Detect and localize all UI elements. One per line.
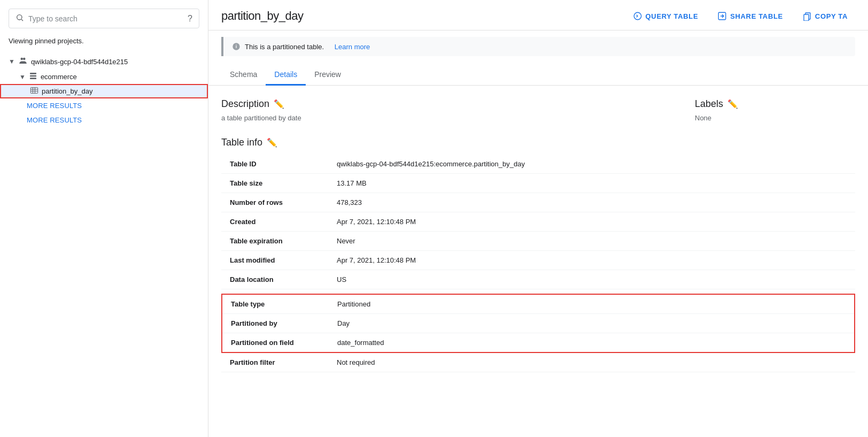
description-section: Description ✏️ a table partitioned by da… <box>221 98 673 122</box>
svg-rect-7 <box>30 88 37 94</box>
info-table-body: Table ID qwiklabs-gcp-04-bdf544d1e215:ec… <box>221 155 855 289</box>
project-icon <box>18 56 28 67</box>
expand-arrow-project: ▼ <box>9 58 15 65</box>
labels-label: Labels <box>695 98 723 110</box>
query-table-button[interactable]: QUERY TABLE <box>625 7 706 25</box>
partition-row: Table type Partitioned <box>222 294 855 314</box>
info-table-last-body: Partition filter Not required <box>221 353 855 372</box>
learn-more-link[interactable]: Learn more <box>335 43 370 51</box>
row-value: 13.17 MB <box>328 174 855 193</box>
content-area: Description ✏️ a table partitioned by da… <box>208 86 868 437</box>
description-edit-icon[interactable]: ✏️ <box>274 99 284 109</box>
row-key: Data location <box>221 270 328 289</box>
help-icon[interactable]: ? <box>188 14 192 24</box>
table-row: Created Apr 7, 2021, 12:10:48 PM <box>221 212 855 232</box>
tab-preview[interactable]: Preview <box>306 65 350 86</box>
header-actions: QUERY TABLE SHARE TABLE COPY TA <box>625 7 855 25</box>
tree-dataset-item[interactable]: ▼ ecommerce <box>0 70 208 84</box>
svg-point-3 <box>23 58 26 60</box>
row-key: Table size <box>221 174 328 193</box>
partition-row: Partitioned by Day <box>222 314 855 333</box>
partition-table-body: Table type Partitioned Partitioned by Da… <box>222 294 855 352</box>
tab-details[interactable]: Details <box>266 65 306 86</box>
search-input[interactable] <box>28 14 183 23</box>
row-key: Table ID <box>221 155 328 174</box>
table-info-edit-icon[interactable]: ✏️ <box>267 137 277 148</box>
more-results-1[interactable]: MORE RESULTS <box>0 98 208 113</box>
partition-value: date_formatted <box>329 333 855 353</box>
viewing-text: Viewing pinned projects. <box>0 37 208 53</box>
row-key: Table expiration <box>221 232 328 251</box>
row-value: Apr 7, 2021, 12:10:48 PM <box>328 212 855 232</box>
expand-arrow-dataset: ▼ <box>19 73 26 81</box>
share-table-button[interactable]: SHARE TABLE <box>710 7 790 25</box>
copy-table-label: COPY TA <box>815 12 848 20</box>
description-heading: Description ✏️ <box>221 98 673 110</box>
svg-point-0 <box>17 15 22 20</box>
labels-edit-icon[interactable]: ✏️ <box>727 99 738 109</box>
table-row: Partition filter Not required <box>221 353 855 372</box>
dataset-icon <box>29 72 37 82</box>
tree-table-item[interactable]: partition_by_day <box>0 84 208 98</box>
labels-section: Labels ✏️ None <box>695 98 855 122</box>
project-label: qwiklabs-gcp-04-bdf544d1e215 <box>31 58 128 66</box>
description-value: a table partitioned by date <box>221 114 673 122</box>
partition-row: Partitioned on field date_formatted <box>222 333 855 353</box>
info-banner-text: This is a partitioned table. <box>245 43 324 51</box>
row-value: US <box>328 270 855 289</box>
tree-project-item[interactable]: ▼ qwiklabs-gcp-04-bdf544d1e215 <box>0 53 208 70</box>
partition-key: Partitioned by <box>222 314 329 333</box>
info-table: Table ID qwiklabs-gcp-04-bdf544d1e215:ec… <box>221 155 855 289</box>
row-value: qwiklabs-gcp-04-bdf544d1e215:ecommerce.p… <box>328 155 855 174</box>
partition-value: Partitioned <box>329 294 855 314</box>
row-key: Last modified <box>221 251 328 270</box>
table-row: Table expiration Never <box>221 232 855 251</box>
query-table-label: QUERY TABLE <box>646 12 699 20</box>
svg-rect-4 <box>30 73 36 74</box>
info-banner: i This is a partitioned table. Learn mor… <box>221 37 855 56</box>
partition-table: Table type Partitioned Partitioned by Da… <box>221 294 855 353</box>
share-table-label: SHARE TABLE <box>730 12 783 20</box>
top-row: Description ✏️ a table partitioned by da… <box>221 98 855 122</box>
partition-key: Partitioned on field <box>222 333 329 353</box>
table-info-heading: Table info ✏️ <box>221 137 855 148</box>
svg-rect-15 <box>804 14 809 21</box>
search-bar-container: ? <box>9 9 199 28</box>
description-label: Description <box>221 98 269 110</box>
labels-heading: Labels ✏️ <box>695 98 855 110</box>
sidebar: ? Viewing pinned projects. ▼ qwiklabs-gc… <box>0 0 208 437</box>
table-label: partition_by_day <box>42 87 92 95</box>
query-icon <box>633 11 642 21</box>
table-row: Table size 13.17 MB <box>221 174 855 193</box>
more-results-2[interactable]: MORE RESULTS <box>0 113 208 127</box>
tab-schema[interactable]: Schema <box>221 65 266 86</box>
row-value: 478,323 <box>328 193 855 212</box>
svg-point-2 <box>20 58 23 60</box>
dataset-label: ecommerce <box>41 73 77 81</box>
row-value: Never <box>328 232 855 251</box>
table-row: Number of rows 478,323 <box>221 193 855 212</box>
labels-value: None <box>695 114 855 122</box>
main-header: partition_by_day QUERY TABLE SHARE TABLE <box>208 0 868 30</box>
partition-key: Table type <box>222 294 329 314</box>
page-title: partition_by_day <box>221 9 303 23</box>
row-key: Partition filter <box>221 353 328 372</box>
svg-line-1 <box>21 19 23 21</box>
search-icon <box>15 13 24 24</box>
share-icon <box>717 11 727 21</box>
row-key: Number of rows <box>221 193 328 212</box>
svg-rect-5 <box>30 75 36 77</box>
info-table-last: Partition filter Not required <box>221 353 855 372</box>
partition-value: Day <box>329 314 855 333</box>
row-key: Created <box>221 212 328 232</box>
table-row: Data location US <box>221 270 855 289</box>
table-info-label: Table info <box>221 137 262 148</box>
copy-icon <box>802 11 812 21</box>
row-value: Not required <box>328 353 855 372</box>
copy-table-button[interactable]: COPY TA <box>795 7 855 25</box>
row-value: Apr 7, 2021, 12:10:48 PM <box>328 251 855 270</box>
table-row: Last modified Apr 7, 2021, 12:10:48 PM <box>221 251 855 270</box>
main-content: partition_by_day QUERY TABLE SHARE TABLE <box>208 0 868 437</box>
svg-text:i: i <box>236 44 237 49</box>
table-icon <box>30 86 38 96</box>
